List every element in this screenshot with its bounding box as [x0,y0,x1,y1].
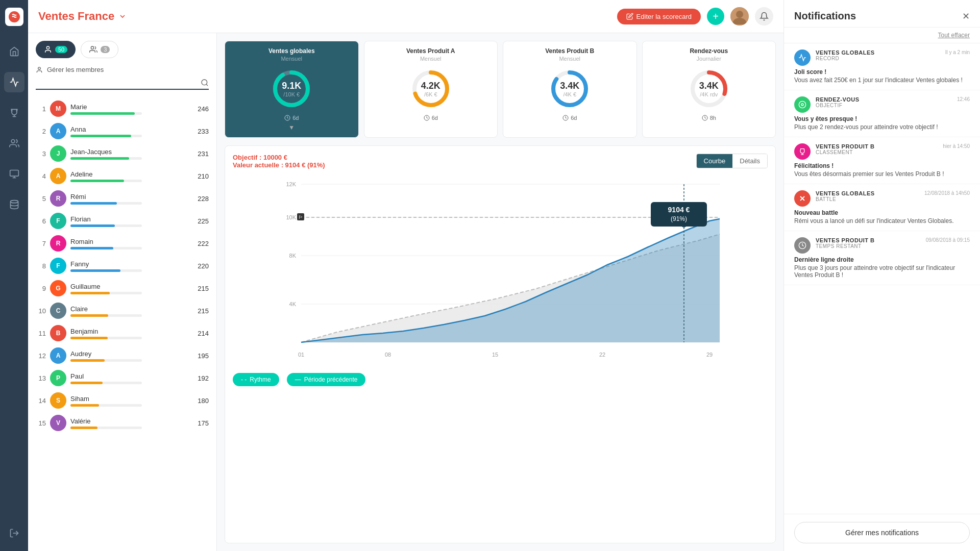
tab-members[interactable]: 50 [36,41,76,58]
notif-icon [794,96,811,113]
notification-item[interactable]: VENTES GLOBALES BATTLE 12/08/2018 à 14h5… [784,184,980,231]
manage-notifications-button[interactable]: Gérer mes notifications [794,522,970,543]
search-icon[interactable] [201,79,209,87]
user-name: Rémi [70,193,189,201]
user-info: Guillaume [70,283,189,294]
manage-members-link[interactable]: Gérer les membres [36,66,209,73]
main-content: 50 3 Gérer les membres [28,33,783,551]
tab-groups[interactable]: 3 [81,41,118,58]
user-avatar: A [50,123,66,139]
notif-time: 09/08/2018 à 09:15 [926,237,970,243]
progress-bar-bg [70,224,142,227]
kpi-subtitle: Mensuel [231,56,352,62]
user-info: Benjamin [70,328,189,339]
notifications-bell-button[interactable] [755,7,773,26]
leaderboard-item[interactable]: 11 B Benjamin 214 [36,322,209,344]
notif-time: hier à 14:50 [943,143,970,149]
notification-item[interactable]: VENTES PRODUIT B CLASSEMENT hier à 14:50… [784,137,980,184]
leaderboard-item[interactable]: 2 A Anna 233 [36,120,209,142]
leaderboard-item[interactable]: 1 M Marie 246 [36,97,209,120]
svg-text:(91%): (91%) [671,215,687,222]
sidebar-item-database[interactable] [4,194,24,215]
user-info: Marie [70,103,189,115]
user-name: Paul [70,372,189,380]
search-input[interactable] [36,79,201,87]
kpi-card-3[interactable]: Rendez-vous Journalier 3.4K /4K rdv 8h [642,41,776,138]
kpi-unit: /4K rdv [699,91,719,97]
user-score: 215 [193,285,209,292]
leaderboard-item[interactable]: 4 A Adeline 210 [36,165,209,187]
svg-text:29: 29 [706,352,713,358]
rank-number: 7 [36,240,46,247]
notification-item[interactable]: VENTES PRODUIT B TEMPS RESTANT 09/08/201… [784,231,980,285]
leaderboard-item[interactable]: 13 P Paul 192 [36,367,209,389]
notif-close-button[interactable]: ✕ [962,11,970,22]
user-avatar: G [50,280,66,296]
kpi-card-0[interactable]: Ventes globales Mensuel 9.1K /10K € 6d ▼ [225,41,359,138]
kpi-card-2[interactable]: Ventes Produit B Mensuel 3.4K /4K € 6d [503,41,637,138]
notif-title-text: Nouveau battle [794,209,970,216]
notification-item[interactable]: VENTES GLOBALES RECORD Il y a 2 min Joli… [784,43,980,90]
kpi-subtitle: Mensuel [371,56,492,62]
sidebar-item-chart[interactable] [4,72,24,92]
notif-header: Notifications ✕ [784,0,980,28]
user-avatar: C [50,303,66,319]
user-score: 210 [193,172,209,180]
kpi-card-1[interactable]: Ventes Produit A Mensuel 4.2K /6K € 6d [364,41,498,138]
notif-type: CLASSEMENT [816,149,938,155]
notifications-panel: Notifications ✕ Tout effacer VENTES GLOB… [783,0,980,551]
rank-number: 14 [36,397,46,405]
notif-body-text: Plus que 3 jours pour atteindre votre ob… [794,264,970,279]
sidebar-item-logout[interactable] [4,523,24,543]
notif-type: OBJECTIF [816,103,952,108]
user-name: Guillaume [70,283,189,290]
user-avatar: S [50,392,66,409]
leaderboard-item[interactable]: 5 R Rémi 228 [36,187,209,210]
progress-bar-fill [70,382,103,384]
notification-item[interactable]: RENDEZ-VOUS OBJECTIF 12:46 Vous y êtes p… [784,90,980,137]
leaderboard-item[interactable]: 10 C Claire 215 [36,299,209,322]
tab-courbe[interactable]: Courbe [697,154,733,168]
svg-text:10K: 10K [286,214,296,220]
leaderboard-item[interactable]: 14 S Siham 180 [36,389,209,412]
add-button[interactable]: + [707,8,724,25]
legend-periode[interactable]: — Période précédente [287,373,366,386]
sidebar-item-trophy[interactable] [4,103,24,123]
leaderboard-item[interactable]: 12 A Audrey 195 [36,344,209,367]
user-score: 175 [193,419,209,427]
user-avatar: M [50,101,66,117]
chevron-down-icon[interactable] [118,12,127,20]
leaderboard-item[interactable]: 6 F Florian 225 [36,210,209,232]
sidebar-item-team[interactable] [4,133,24,154]
app-logo[interactable] [5,8,23,26]
notif-body-text: Vous avez fait 250€ en 1 jour sur l'indi… [794,77,970,84]
leaderboard-item[interactable]: 7 R Romain 222 [36,232,209,255]
user-score: 246 [193,105,209,113]
user-score: 225 [193,217,209,225]
user-score: 228 [193,195,209,203]
user-score: 192 [193,374,209,382]
user-score: 231 [193,150,209,158]
svg-text:8K: 8K [289,253,297,259]
sidebar-item-home[interactable] [4,41,24,62]
kpi-expand[interactable]: ▼ [231,124,352,131]
header-actions: Editer la scorecard + [617,7,773,26]
leaderboard-list: 1 M Marie 246 2 A Anna 233 3 J Jean-Jacq… [36,97,209,434]
legend-rythme[interactable]: - - Rythme [233,373,279,386]
avatar[interactable] [730,7,749,26]
tab-details[interactable]: Détails [732,154,767,168]
leaderboard-item[interactable]: 9 G Guillaume 215 [36,277,209,299]
notif-time: 12:46 [957,96,970,102]
sidebar-item-screen[interactable] [4,164,24,184]
notif-clear-button[interactable]: Tout effacer [784,28,980,43]
edit-scorecard-button[interactable]: Editer la scorecard [617,9,701,24]
user-info: Paul [70,372,189,384]
progress-bar-fill [70,202,117,205]
rank-number: 9 [36,285,46,292]
svg-point-52 [801,104,803,106]
leaderboard-item[interactable]: 8 F Fanny 220 [36,255,209,277]
leaderboard-item[interactable]: 3 J Jean-Jacques 231 [36,142,209,165]
notif-item-header: VENTES PRODUIT B CLASSEMENT hier à 14:50 [794,143,970,160]
rank-number: 11 [36,330,46,337]
leaderboard-item[interactable]: 15 V Valérie 175 [36,412,209,434]
